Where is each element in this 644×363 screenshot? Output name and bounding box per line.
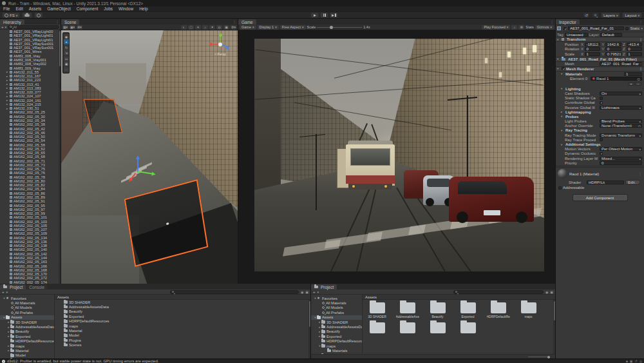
x-field[interactable]: 0 [585,47,600,51]
foldout-icon[interactable]: ▾ [557,57,560,61]
play-focused-dropdown[interactable]: Play Focused▾ [482,25,510,30]
list-item[interactable]: maps [55,324,308,328]
element0-material-field[interactable]: Raod 1 ⊙ [591,77,642,81]
project-tree-item[interactable]: All Prefabs [0,310,54,315]
foldout-icon[interactable]: ▾ [561,72,564,75]
list-item[interactable]: Exported [55,314,308,319]
gizmo-z-axis[interactable] [129,173,137,181]
gizmo-x-axis[interactable] [138,171,155,175]
transform-tool[interactable]: ▣ [64,61,69,66]
activity-icon[interactable]: ■ [626,359,628,363]
scene-audio-icon[interactable]: ♪ [202,25,208,30]
inspector-value[interactable] [600,152,603,155]
filter-icon[interactable]: ▣ [550,290,553,294]
menu-item[interactable]: Edit [15,6,23,11]
lightmapping-title[interactable]: Lightmapping [565,110,591,114]
hierarchy-search-input[interactable]: All [8,25,59,29]
tag-dropdown[interactable]: Untagged [565,33,588,37]
scene-visibility-icon[interactable]: ◎ [216,25,222,30]
axis-y-ball[interactable] [219,34,222,37]
inspector-value[interactable]: Lightmaps [600,106,642,110]
list-item[interactable]: Scenes [55,343,308,348]
list-item[interactable]: Material [55,328,308,333]
gizmos-dropdown[interactable]: ⚙▾ [231,25,236,30]
scale-slider[interactable] [317,27,362,28]
project-tree-item[interactable]: ▸ maps [0,344,54,348]
panel-menu-icon[interactable]: ⋮ [232,19,236,24]
game-mode-dropdown[interactable]: Game▾ [240,25,256,30]
foldout-icon[interactable]: ▸ [561,110,564,113]
axis-center-ball[interactable] [218,43,222,46]
rect-tool[interactable]: ▭ [64,56,69,61]
move-gizmo[interactable] [131,157,156,185]
inspector-value[interactable] [600,97,603,100]
tab-hierarchy[interactable]: Hierarchy [0,19,24,25]
asset-folder[interactable] [457,322,478,335]
project-tree-item[interactable]: HDRPDefaultResources [311,339,362,344]
list-item[interactable]: Beautify [55,309,308,314]
inspector-value[interactable] [600,101,603,104]
play-button[interactable] [310,12,319,18]
persp-label[interactable]: < Persp [209,52,231,56]
grid-snap-dropdown[interactable]: ⊞▾ [77,25,82,30]
additional-settings-title[interactable]: Additional Settings [565,142,601,146]
asset-folder[interactable]: Beautify [427,302,448,319]
vsync-icon[interactable]: ⊞ [518,25,524,30]
inspector-value[interactable]: Dynamic Transform [600,133,642,137]
list-scrollbar[interactable] [308,300,310,358]
menu-item[interactable]: Help [139,6,147,11]
stats-button[interactable]: Stats [526,25,534,29]
inspector-value[interactable]: On [600,92,642,95]
project-tree-item[interactable]: ▸ Exported [311,334,362,338]
raytracing-title[interactable]: Ray Tracing [565,128,587,132]
layers-dropdown[interactable]: Layers ▾ [601,12,621,18]
mesh-field[interactable]: AE37_001_Road_Far_01 [600,62,642,66]
project-tree-item[interactable]: All Prefabs [311,310,362,315]
tab-console[interactable]: Console [26,284,48,289]
view-orientation-gizmo[interactable]: < Persp [209,34,231,60]
project-tree-item[interactable]: All Materials [0,300,54,305]
component-menu-icon[interactable]: ⋮ [638,172,642,176]
create-button[interactable]: + [313,290,316,294]
project-tree-item[interactable]: All Materials [311,300,362,305]
z-field[interactable]: 0 [627,47,642,51]
project-tree-item[interactable]: ▾ Favorites [0,296,54,300]
pause-button[interactable] [320,12,328,18]
asset-folder[interactable]: AddressableAsse... [397,302,418,319]
search-button[interactable] [592,12,599,18]
project-tree-item[interactable]: ▸ 3D SHADER [0,320,54,324]
hidden-packages-icon[interactable]: ◉ [301,290,303,294]
rotate-tool[interactable]: ↻ [64,45,69,50]
asset-folder[interactable]: 3D SHADER [366,302,388,319]
create-button[interactable]: + [1,25,4,29]
scene-fx-icon[interactable]: ✦ [209,25,215,30]
y-field[interactable]: 0.79521 [605,52,621,56]
add-material-button[interactable]: + [628,82,634,86]
layer-dropdown[interactable]: Default [600,33,622,37]
services-button[interactable] [34,12,43,18]
foldout-icon[interactable]: ▾ [561,115,564,118]
progress-icon[interactable]: ◎ [639,359,642,363]
probes-title[interactable]: Probes [565,115,578,119]
cache-icon[interactable]: ▣ [630,359,633,363]
asset-folder[interactable]: HDRPDefaultReso... [488,302,509,319]
project-tree-item[interactable]: ▸ Beautify [311,329,362,334]
tab-project[interactable]: Project [0,284,26,289]
foldout-icon[interactable]: ▾ [561,143,564,146]
tab-game[interactable]: Game [238,19,256,25]
shader-edit-button[interactable]: Edit... [625,180,640,184]
asset-folder[interactable] [427,322,448,335]
object-name-field[interactable]: AE37_001_Road_Far_01 [568,26,624,31]
project-tree-item[interactable]: Model [0,353,54,358]
list-item[interactable]: 3D SHADER [55,300,308,304]
component-menu-icon[interactable]: ⋮ [639,37,643,42]
status-bar[interactable]: i d3d12: Profiler is enabled, but stable… [0,358,644,363]
display-dropdown[interactable]: Display 1▾ [258,25,279,30]
game-viewport[interactable] [238,30,555,284]
menu-item[interactable]: Window [118,6,133,11]
move-tool[interactable]: + [64,39,69,44]
project-tree-item[interactable]: ▸ Beautify [0,329,54,334]
gizmo-y-axis[interactable] [137,157,138,172]
list-item[interactable]: Model [55,333,308,338]
foldout-icon[interactable]: ▾ [561,129,564,132]
